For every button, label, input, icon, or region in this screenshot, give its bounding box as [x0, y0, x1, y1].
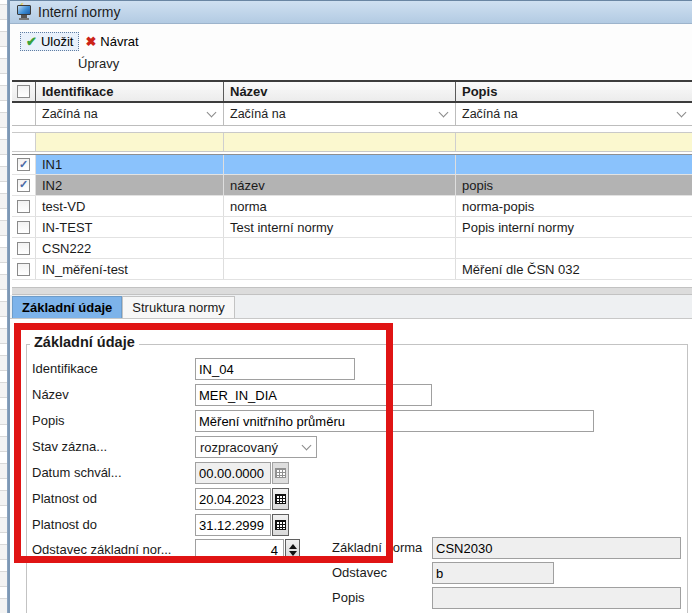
datum-schvaleni-field[interactable] — [195, 462, 271, 484]
filter-dropdown-popis[interactable]: Začíná na — [456, 103, 692, 126]
tab-zakladni-udaje[interactable]: Základní údaje — [12, 296, 122, 318]
odstavec-zakladni-label: Odstavec základní nor... — [32, 540, 192, 560]
platnost-od-calendar-button[interactable] — [272, 488, 289, 510]
odstavec-zakladni-field[interactable] — [195, 539, 284, 561]
popis-field[interactable] — [195, 410, 594, 432]
identifikace-label: Identifikace — [32, 359, 192, 379]
linked-popis-label: Popis — [332, 588, 432, 608]
column-header-identifikace[interactable]: Identifikace — [36, 82, 224, 101]
save-button[interactable]: ✔ Uložit — [20, 32, 79, 51]
linked-popis-field[interactable] — [432, 587, 681, 609]
window-title: Interní normy — [38, 4, 120, 20]
odstavec-label: Odstavec — [332, 563, 432, 583]
odstavec-zakladni-spinner[interactable] — [285, 539, 300, 561]
save-button-label: Uložit — [41, 34, 74, 49]
screen: ✓ Interní normy ✔ Uložit ✖ Návrat Úpravy — [0, 0, 692, 613]
detail-pane: Základní údaje Identifikace Název Popis … — [10, 319, 692, 613]
grid-filler — [12, 280, 692, 287]
select-all-cell — [12, 82, 36, 101]
row-checkbox[interactable] — [17, 179, 30, 192]
tab-struktura-normy[interactable]: Struktura normy — [122, 296, 234, 318]
datum-schvaleni-label: Datum schvál... — [32, 463, 192, 483]
filter-dropdown-nazev[interactable]: Začíná na — [224, 103, 456, 126]
datum-schvaleni-calendar-button — [272, 462, 289, 484]
nazev-label: Název — [32, 385, 192, 405]
back-button[interactable]: ✖ Návrat — [79, 32, 144, 51]
platnost-do-field[interactable] — [195, 514, 271, 536]
new-row-input-nazev[interactable] — [224, 133, 456, 151]
window-titlebar[interactable]: ✓ Interní normy — [10, 0, 692, 24]
toolbar: ✔ Uložit ✖ Návrat Úpravy — [10, 24, 692, 80]
zakladni-norma-field[interactable] — [432, 537, 681, 559]
grid-filter-row: Začíná na Začíná na Začíná na — [12, 103, 692, 126]
back-x-icon: ✖ — [85, 34, 96, 49]
data-grid: Identifikace Název Popis Začíná na Začín… — [12, 80, 692, 287]
table-row[interactable]: IN_měření-test Měření dle ČSN 032 — [12, 259, 692, 280]
calendar-icon — [275, 468, 286, 478]
save-check-icon: ✔ — [26, 34, 37, 49]
row-checkbox[interactable] — [17, 221, 30, 234]
nazev-field[interactable] — [195, 384, 432, 406]
window-monitor-icon: ✓ — [16, 5, 32, 20]
column-header-nazev[interactable]: Název — [224, 82, 456, 101]
zakladni-norma-label: Základní norma — [332, 538, 432, 558]
horizontal-splitter[interactable] — [12, 287, 692, 295]
grid-header: Identifikace Název Popis — [12, 82, 692, 103]
grid-new-row[interactable] — [12, 132, 692, 152]
tabstrip: Základní údaje Struktura normy — [10, 295, 692, 319]
toolbar-group-label: Úpravy — [10, 56, 692, 71]
spinner-up-icon — [289, 544, 297, 549]
chevron-down-icon — [207, 108, 217, 118]
filter-dropdown-identifikace[interactable]: Začíná na — [36, 103, 224, 126]
stav-zaznamu-dropdown[interactable]: rozpracovaný — [195, 436, 317, 458]
new-row-input-popis[interactable] — [456, 133, 692, 151]
platnost-od-label: Platnost od — [32, 489, 192, 509]
spinner-down-icon — [289, 551, 297, 556]
table-row[interactable]: test-VD norma norma-popis — [12, 196, 692, 217]
filter-cell-empty — [12, 103, 36, 126]
interni-normy-window: ✓ Interní normy ✔ Uložit ✖ Návrat Úpravy — [8, 0, 692, 613]
background-panel-edge — [0, 0, 8, 613]
row-checkbox[interactable] — [17, 263, 30, 276]
platnost-do-label: Platnost do — [32, 515, 192, 535]
new-row-input-identifikace[interactable] — [36, 133, 224, 151]
row-checkbox[interactable] — [17, 242, 30, 255]
stav-zaznamu-label: Stav zázna... — [32, 437, 192, 457]
calendar-icon — [275, 520, 286, 530]
row-checkbox[interactable] — [17, 158, 30, 171]
select-all-checkbox[interactable] — [17, 85, 30, 98]
platnost-do-calendar-button[interactable] — [272, 514, 289, 536]
table-row[interactable]: IN2 název popis — [12, 175, 692, 196]
chevron-down-icon — [439, 108, 449, 118]
chevron-down-icon — [302, 441, 312, 451]
identifikace-field[interactable] — [195, 358, 355, 380]
groupbox-legend: Základní údaje — [30, 334, 139, 350]
platnost-od-field[interactable] — [195, 488, 271, 510]
table-row[interactable]: IN1 — [12, 154, 692, 175]
table-row[interactable]: CSN222 — [12, 238, 692, 259]
calendar-icon — [275, 494, 286, 504]
table-row[interactable]: IN-TEST Test interní normy Popis interní… — [12, 217, 692, 238]
back-button-label: Návrat — [100, 34, 138, 49]
odstavec-field[interactable] — [432, 562, 554, 584]
popis-label: Popis — [32, 411, 192, 431]
row-checkbox[interactable] — [17, 200, 30, 213]
chevron-down-icon — [677, 108, 687, 118]
column-header-popis[interactable]: Popis — [456, 82, 692, 101]
